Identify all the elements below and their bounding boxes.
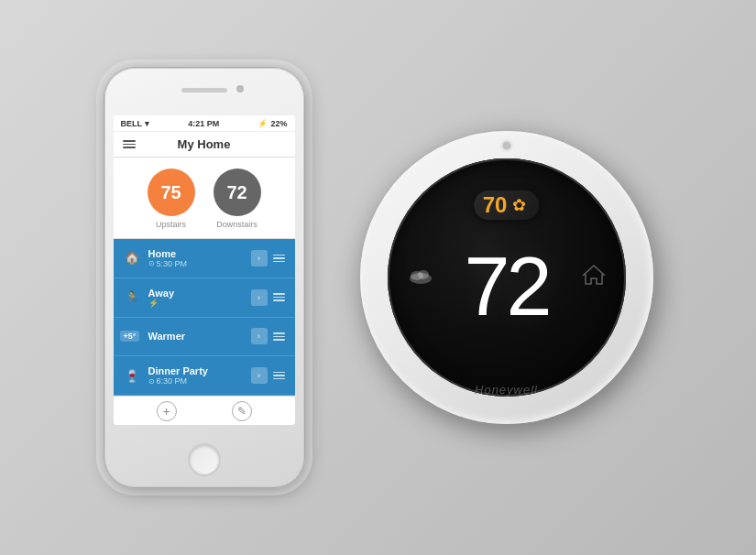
- upstairs-temp[interactable]: 75 Upstairs: [148, 169, 195, 229]
- warmer-schedule-info: Warmer: [143, 331, 251, 342]
- status-left: BELL ▾: [121, 119, 150, 128]
- svg-marker-3: [584, 266, 604, 284]
- away-chevron[interactable]: ›: [251, 289, 268, 306]
- thermostat-display[interactable]: 70 ✿ 72: [388, 158, 626, 397]
- status-right: ⚡ 22%: [257, 119, 287, 128]
- clock-icon-dinner: ⊙: [148, 377, 155, 386]
- upstairs-label: Upstairs: [156, 220, 186, 229]
- away-actions: ›: [251, 289, 288, 306]
- plus5-badge: +5°: [120, 331, 140, 342]
- warmer-reorder[interactable]: [271, 328, 288, 344]
- home-schedule-icon: 🏠: [121, 247, 143, 269]
- dinner-schedule-time: ⊙ 6:30 PM: [148, 376, 251, 386]
- set-temperature-display: 70 ✿: [474, 190, 540, 220]
- phone: BELL ▾ 4:21 PM ⚡ 22% M: [104, 67, 305, 488]
- menu-button[interactable]: [123, 140, 136, 148]
- away-schedule-info: Away ⚡: [143, 288, 251, 308]
- power-button[interactable]: [304, 159, 305, 196]
- home-mode-icon: [582, 264, 606, 291]
- wifi-icon: ▾: [145, 119, 149, 128]
- dinner-schedule-icon: 🍷: [121, 365, 143, 386]
- warmer-schedule-icon: +5°: [121, 325, 143, 347]
- brand-label: Honeywell: [475, 383, 538, 397]
- warmer-actions: ›: [251, 328, 288, 344]
- schedule-item-home[interactable]: 🏠 Home ⊙ 5:30 PM ›: [114, 239, 295, 278]
- dinner-time-value: 6:30 PM: [157, 376, 188, 386]
- volume-up-button[interactable]: [104, 150, 104, 176]
- home-time-value: 5:30 PM: [157, 259, 188, 268]
- home-schedule-info: Home ⊙ 5:30 PM: [143, 248, 251, 268]
- status-bar: BELL ▾ 4:21 PM ⚡ 22%: [114, 115, 295, 132]
- volume-down-button[interactable]: [104, 185, 104, 211]
- menu-line-1: [123, 140, 136, 142]
- away-reorder[interactable]: [271, 289, 288, 306]
- temperature-area: 75 Upstairs 72 Downstairs: [114, 158, 295, 239]
- home-button[interactable]: [188, 443, 221, 476]
- weather-icon: [408, 266, 433, 289]
- downstairs-value: 72: [226, 182, 247, 203]
- add-schedule-button[interactable]: +: [157, 401, 177, 421]
- scene: BELL ▾ 4:21 PM ⚡ 22% M: [0, 0, 756, 555]
- heat-mode-icon: ✿: [512, 195, 526, 215]
- home-chevron[interactable]: ›: [251, 250, 268, 267]
- away-bolt-icon: ⚡: [148, 299, 159, 308]
- dinner-reorder[interactable]: [271, 367, 288, 384]
- schedule-item-warmer[interactable]: +5° Warmer ›: [114, 318, 295, 357]
- mute-button[interactable]: [104, 132, 104, 145]
- phone-bottom-bar: + ✎: [114, 396, 295, 425]
- thermostat-top-indicator: [503, 142, 510, 149]
- phone-speaker: [181, 88, 227, 92]
- schedule-item-away[interactable]: 🏃 Away ⚡ ›: [114, 278, 295, 318]
- home-reorder[interactable]: [271, 250, 288, 267]
- menu-line-2: [123, 144, 136, 146]
- svg-point-2: [418, 270, 429, 279]
- phone-camera: [236, 85, 244, 92]
- away-schedule-time: ⚡: [148, 299, 251, 308]
- set-temperature-value: 70: [483, 194, 508, 216]
- app-title: My Home: [178, 137, 231, 151]
- downstairs-label: Downstairs: [216, 220, 257, 229]
- warmer-schedule-name: Warmer: [148, 331, 251, 342]
- carrier-label: BELL: [121, 119, 143, 128]
- clock-icon-home: ⊙: [148, 259, 155, 267]
- time-label: 4:21 PM: [188, 119, 219, 128]
- home-schedule-name: Home: [148, 248, 251, 259]
- downstairs-bubble: 72: [214, 169, 261, 216]
- current-temperature-display: 72: [464, 245, 548, 328]
- home-schedule-time: ⊙ 5:30 PM: [148, 259, 251, 268]
- edit-schedule-button[interactable]: ✎: [232, 401, 252, 421]
- downstairs-temp[interactable]: 72 Downstairs: [214, 169, 261, 229]
- dinner-schedule-info: Dinner Party ⊙ 6:30 PM: [143, 365, 251, 386]
- thermostat[interactable]: 70 ✿ 72: [360, 131, 653, 424]
- phone-screen: BELL ▾ 4:21 PM ⚡ 22% M: [114, 115, 295, 425]
- upstairs-value: 75: [160, 182, 181, 203]
- dinner-schedule-name: Dinner Party: [148, 365, 251, 376]
- away-schedule-name: Away: [148, 288, 251, 299]
- bluetooth-icon: ⚡: [257, 119, 268, 128]
- battery-label: 22%: [270, 119, 287, 128]
- thermostat-outer-ring: 70 ✿ 72: [360, 131, 653, 424]
- upstairs-bubble: 75: [148, 169, 195, 216]
- dinner-actions: ›: [251, 367, 288, 384]
- schedule-list: 🏠 Home ⊙ 5:30 PM ›: [114, 239, 295, 396]
- phone-shell: BELL ▾ 4:21 PM ⚡ 22% M: [104, 67, 305, 488]
- menu-line-3: [123, 147, 136, 148]
- away-schedule-icon: 🏃: [121, 287, 143, 309]
- home-actions: ›: [251, 250, 288, 267]
- schedule-item-dinner-party[interactable]: 🍷 Dinner Party ⊙ 6:30 PM ›: [114, 356, 295, 396]
- app-header: My Home: [114, 132, 295, 158]
- dinner-chevron[interactable]: ›: [251, 367, 268, 384]
- warmer-chevron[interactable]: ›: [251, 328, 268, 344]
